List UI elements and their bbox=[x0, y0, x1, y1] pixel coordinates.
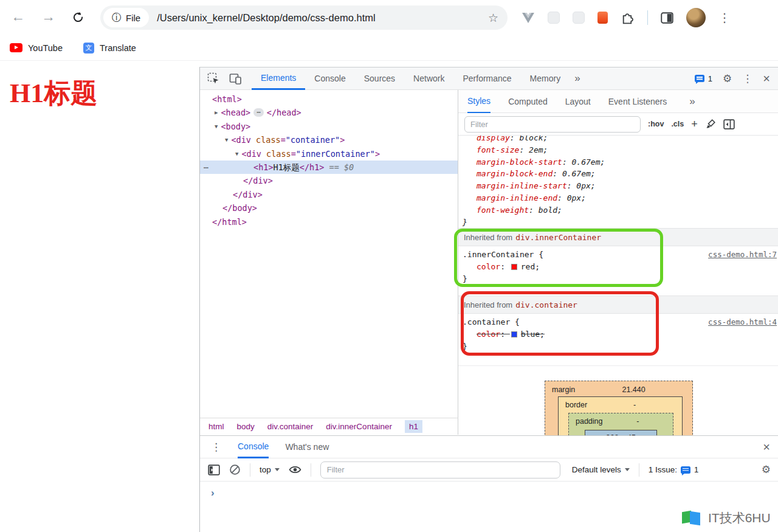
page-viewport: H1标题 bbox=[0, 61, 199, 532]
console-sidebar-icon[interactable] bbox=[208, 465, 220, 475]
drawer-tab-console[interactable]: Console bbox=[238, 436, 269, 458]
breadcrumb-html[interactable]: html bbox=[208, 422, 224, 431]
rule-selector-container[interactable]: .container { bbox=[463, 316, 520, 328]
drawer-close-icon[interactable]: × bbox=[763, 440, 770, 454]
vue-devtools-icon[interactable] bbox=[522, 12, 535, 24]
tab-layout[interactable]: Layout bbox=[565, 90, 591, 113]
tab-memory[interactable]: Memory bbox=[521, 67, 570, 90]
tab-elements[interactable]: Elements bbox=[252, 67, 305, 90]
more-subtabs-icon[interactable]: » bbox=[684, 95, 700, 108]
devtools-tabbar: Elements Console Sources Network Perform… bbox=[200, 67, 778, 90]
box-model-border-top-value[interactable]: - bbox=[587, 398, 682, 412]
user-agent-h1-rule[interactable]: display: block; font-size: 2em; margin-b… bbox=[458, 136, 778, 228]
breadcrumb-div-container[interactable]: div.container bbox=[267, 422, 314, 431]
execution-context-selector[interactable]: top bbox=[260, 465, 280, 474]
extension-icon-2[interactable] bbox=[573, 12, 585, 24]
devtools-settings-gear-icon[interactable]: ⚙ bbox=[723, 72, 732, 85]
more-tabs-icon[interactable]: » bbox=[570, 72, 585, 85]
source-link-4[interactable]: css-demo.html:4 bbox=[708, 316, 777, 328]
box-model-padding[interactable]: padding - 328 × 45 bbox=[568, 413, 673, 435]
issues-counter[interactable]: 1 Issue: 1 bbox=[649, 465, 699, 474]
device-toolbar-icon[interactable] bbox=[229, 73, 242, 85]
extension-icon-1[interactable] bbox=[548, 12, 560, 24]
box-model-border-label: border bbox=[559, 398, 587, 412]
bookmark-translate-label: Translate bbox=[100, 43, 136, 53]
extensions-puzzle-icon[interactable] bbox=[621, 11, 635, 25]
dom-node-body-close[interactable]: </body> bbox=[200, 201, 458, 215]
tab-event-listeners[interactable]: Event Listeners bbox=[608, 90, 667, 113]
declaration-color-red[interactable]: color: red; bbox=[458, 261, 778, 273]
rendering-brush-icon[interactable] bbox=[705, 119, 716, 130]
toggle-pseudo-button[interactable]: :hov bbox=[648, 120, 664, 128]
box-model-margin[interactable]: margin 21.440 border - padding - 328 × 4… bbox=[545, 381, 693, 435]
tab-computed[interactable]: Computed bbox=[508, 90, 548, 113]
bookmark-translate[interactable]: 文 Translate bbox=[83, 43, 136, 54]
page-heading: H1标题 bbox=[10, 75, 97, 111]
message-icon bbox=[695, 75, 704, 82]
dom-node-html-close[interactable]: </html> bbox=[200, 215, 458, 229]
devtools-menu-kebab-icon[interactable]: ⋮ bbox=[742, 72, 752, 85]
dom-node-div-innercontainer-open[interactable]: ▼<div class="innerContainer"> bbox=[200, 147, 458, 161]
side-panel-icon[interactable] bbox=[661, 12, 673, 24]
styles-filter-input[interactable] bbox=[464, 116, 641, 133]
inspect-element-icon[interactable] bbox=[207, 72, 219, 85]
forward-icon[interactable]: → bbox=[41, 9, 55, 25]
extension-icon-3[interactable] bbox=[597, 12, 608, 24]
tab-sources[interactable]: Sources bbox=[355, 67, 404, 90]
tab-network[interactable]: Network bbox=[404, 67, 453, 90]
dom-breadcrumb: html body div.container div.innerContain… bbox=[200, 418, 458, 435]
address-bar[interactable]: ⓘ File /Users/unix_kernel/Desktop/demo/c… bbox=[100, 5, 508, 30]
tab-styles[interactable]: Styles bbox=[467, 90, 491, 113]
inherited-node-link-innercontainer[interactable]: div.innerContainer bbox=[515, 233, 601, 242]
dock-sidebar-icon[interactable] bbox=[723, 119, 735, 130]
reload-icon[interactable] bbox=[72, 11, 84, 24]
dom-node-h1-selected[interactable]: ⋯ <h1>H1标题</h1> == $0 bbox=[200, 161, 458, 174]
styles-filter-row: :hov .cls + bbox=[458, 113, 778, 136]
dom-node-div-innercontainer-close[interactable]: </div> bbox=[200, 174, 458, 187]
console-settings-gear-icon[interactable]: ⚙ bbox=[762, 463, 771, 476]
translate-icon: 文 bbox=[83, 43, 94, 54]
box-model-content-size[interactable]: 328 × 45 bbox=[585, 430, 657, 435]
box-model-border[interactable]: border - padding - 328 × 45 bbox=[558, 396, 683, 435]
new-style-rule-icon[interactable]: + bbox=[691, 120, 698, 128]
extensions-area: ⋮ bbox=[522, 0, 731, 35]
profile-avatar[interactable] bbox=[686, 8, 706, 27]
log-levels-selector[interactable]: Default levels bbox=[572, 465, 630, 474]
breadcrumb-body[interactable]: body bbox=[237, 422, 255, 431]
messages-badge[interactable]: 1 bbox=[695, 74, 712, 83]
live-expression-eye-icon[interactable] bbox=[289, 465, 301, 474]
console-prompt-chevron[interactable]: › bbox=[211, 487, 215, 499]
breadcrumb-h1[interactable]: h1 bbox=[405, 420, 422, 433]
toolbar-divider bbox=[250, 463, 250, 477]
dom-node-html-open[interactable]: <html> bbox=[200, 92, 458, 106]
source-link-7[interactable]: css-demo.html:7 bbox=[708, 249, 777, 261]
watermark: IT技术6HU bbox=[682, 510, 771, 527]
breadcrumb-div-innercontainer[interactable]: div.innerContainer bbox=[326, 422, 392, 431]
declaration-color-blue-overridden[interactable]: color: blue; bbox=[458, 328, 778, 340]
bookmark-youtube[interactable]: YouTube bbox=[10, 43, 63, 53]
dom-node-div-container-open[interactable]: ▼<div class="container"> bbox=[200, 133, 458, 147]
clear-console-icon[interactable] bbox=[229, 464, 241, 475]
toggle-class-button[interactable]: .cls bbox=[671, 120, 684, 128]
dom-node-body-open[interactable]: ▼<body> bbox=[200, 120, 458, 133]
inherited-node-link-container[interactable]: div.container bbox=[515, 300, 577, 309]
dom-node-head[interactable]: ▶<head>⋯</head> bbox=[200, 106, 458, 119]
rule-close-container: } bbox=[458, 340, 778, 353]
info-icon[interactable]: ⓘ bbox=[112, 12, 122, 24]
dom-node-div-container-close[interactable]: </div> bbox=[200, 188, 458, 201]
back-icon[interactable]: ← bbox=[11, 9, 25, 25]
rule-selector-innercontainer[interactable]: .innerContainer { bbox=[463, 249, 543, 261]
box-model-padding-top-value[interactable]: - bbox=[603, 415, 673, 428]
tab-console[interactable]: Console bbox=[305, 67, 354, 90]
devtools-close-icon[interactable]: × bbox=[763, 72, 770, 86]
bookmark-star-icon[interactable]: ☆ bbox=[488, 11, 498, 25]
url-text[interactable]: /Users/unix_kernel/Desktop/demo/css-demo… bbox=[157, 12, 375, 24]
box-model-margin-top-value[interactable]: 21.440 bbox=[575, 383, 692, 396]
drawer-tab-whats-new[interactable]: What's new bbox=[285, 436, 329, 458]
node-menu-dots-icon[interactable]: ⋯ bbox=[204, 161, 209, 174]
tab-performance[interactable]: Performance bbox=[453, 67, 520, 90]
drawer-menu-kebab-icon[interactable]: ⋮ bbox=[211, 441, 221, 454]
console-filter-input[interactable] bbox=[320, 461, 560, 478]
browser-menu-kebab-icon[interactable]: ⋮ bbox=[718, 10, 731, 25]
watermark-logo-icon bbox=[682, 510, 704, 527]
